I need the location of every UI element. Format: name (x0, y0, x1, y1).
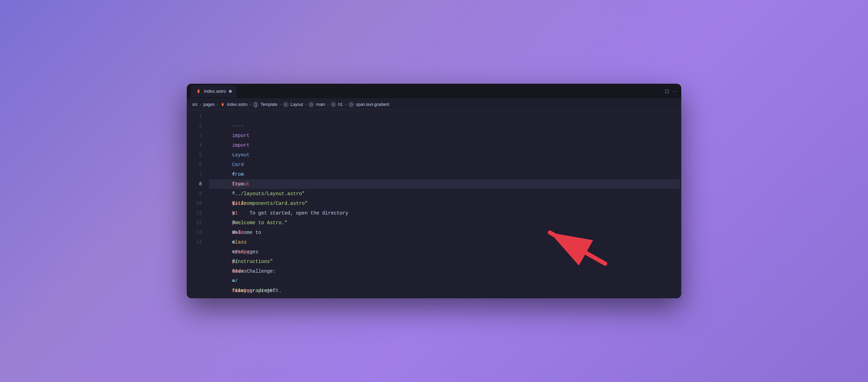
code-line-13: </ p > (209, 228, 680, 237)
code-line-4: ---- (209, 140, 680, 150)
code-text (232, 181, 238, 187)
sep4: › (279, 102, 281, 107)
code-text: import (232, 143, 249, 148)
breadcrumb-template[interactable]: Template (260, 102, 277, 107)
breadcrumb: src › pages › index.astro › {} Template … (187, 99, 681, 110)
code-text: < (232, 172, 235, 177)
code-text: "instructions" (232, 259, 273, 264)
line-num-7: 7 (192, 170, 202, 179)
code-line-6: < Layout title = "Welcome to Astro." > (209, 160, 680, 170)
code-text: role (232, 288, 244, 293)
line-num-13: 13 (192, 228, 202, 237)
line-num-12: 12 (192, 218, 202, 228)
astro-file-icon (196, 89, 201, 94)
breadcrumb-h1-icon: ⊙ (331, 102, 336, 107)
line-numbers: 1 2 3 4 5 6 7 8 9 10 11 12 13 14 (187, 111, 207, 297)
more-actions-icon[interactable]: ··· (673, 88, 677, 94)
sep1: › (200, 102, 201, 107)
code-content[interactable]: ---- import Layout from "../layouts/Layo… (207, 111, 681, 297)
code-line-5 (209, 150, 680, 160)
breadcrumb-astro-icon (220, 102, 225, 107)
line-num-5: 5 (192, 150, 202, 160)
sep3: › (249, 102, 251, 107)
sep2: › (217, 102, 218, 107)
code-text: To get started, open the directory (232, 210, 351, 216)
breadcrumb-template-icon: {} (253, 102, 258, 107)
code-text: ul (232, 269, 238, 274)
code-text (232, 239, 244, 245)
breadcrumb-layout-icon: ⊙ (283, 102, 288, 107)
breadcrumb-main-icon: ⊙ (308, 102, 314, 107)
breadcrumb-layout[interactable]: Layout (290, 102, 303, 107)
active-tab[interactable]: index.astro (191, 85, 237, 98)
code-text (232, 191, 244, 197)
code-line-3: import Card from "../components/Card.ast… (209, 131, 680, 140)
line-num-9: 9 (192, 189, 202, 199)
split-editor-icon[interactable]: ⊡ (665, 88, 669, 94)
line-num-3: 3 (192, 131, 202, 140)
code-line-7: < main > (209, 170, 680, 179)
line-num-8: 8 (192, 179, 202, 189)
code-line-1: ---- (209, 111, 680, 121)
breadcrumb-src[interactable]: src (192, 102, 198, 107)
code-text: ---- (232, 152, 244, 158)
line-num-10: 10 (192, 199, 202, 208)
code-text (232, 249, 244, 255)
line-num-4: 4 (192, 140, 202, 150)
breadcrumb-span[interactable]: span.text-gradient (356, 102, 389, 107)
breadcrumb-pages[interactable]: pages (203, 102, 215, 107)
sep7: › (345, 102, 347, 107)
code-text: Card (232, 162, 244, 167)
code-text (232, 201, 244, 206)
unsaved-indicator (229, 90, 232, 93)
breadcrumb-file[interactable]: index.astro (227, 102, 248, 107)
editor-window: index.astro ⊡ ··· src › pages › index.as… (187, 84, 681, 298)
code-line-2: import Layout from "../layouts/Layout.as… (209, 121, 680, 131)
code-text (232, 230, 249, 235)
code-text: < (232, 259, 235, 264)
code-line-8: < h1 > Welcome to < span class = "text-g… (209, 179, 680, 189)
code-line-14: < ul role = "list" class = "link-card-gr… (209, 237, 680, 247)
code-text: import (232, 133, 249, 138)
breadcrumb-main[interactable]: main (316, 102, 325, 107)
code-text (232, 278, 235, 284)
tab-bar-actions: ⊡ ··· (665, 88, 677, 94)
sep5: › (305, 102, 306, 107)
line-num-6: 6 (192, 160, 202, 170)
code-text: Code Challenge: (232, 269, 276, 274)
tab-label: index.astro (204, 89, 226, 94)
line-num-14: 14 (192, 237, 202, 247)
line-num-2: 2 (192, 121, 202, 131)
code-editor[interactable]: 1 2 3 4 5 6 7 8 9 10 11 12 13 14 ---- im… (187, 110, 681, 298)
tab-bar: index.astro ⊡ ··· (187, 84, 681, 99)
sep6: › (327, 102, 329, 107)
breadcrumb-span-icon: ⊙ (349, 102, 354, 107)
code-text (232, 220, 249, 226)
line-num-1: 1 (192, 111, 202, 121)
line-num-11: 11 (192, 208, 202, 218)
breadcrumb-h1[interactable]: h1 (338, 102, 343, 107)
code-text: ---- (232, 123, 244, 129)
